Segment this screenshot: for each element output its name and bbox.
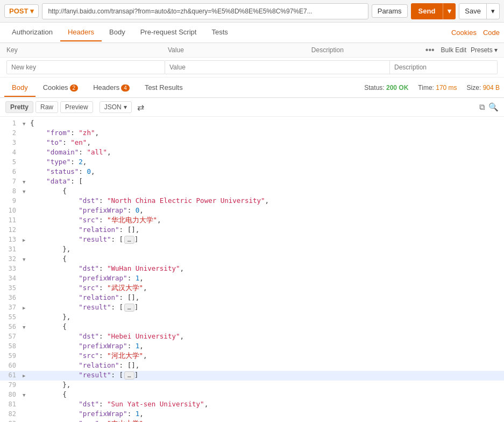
line-content: "prefixWrap": 1,	[30, 274, 504, 282]
collapse-arrow-icon[interactable]	[23, 187, 30, 195]
collapse-arrow-icon	[23, 167, 30, 168]
method-chevron-icon: ▾	[30, 7, 34, 15]
code-line: 32 {	[0, 255, 504, 264]
method-select[interactable]: POST ▾	[4, 4, 39, 18]
code-line: 82 "prefixWrap": 1,	[0, 410, 504, 419]
code-line: 13 "result": […]	[0, 235, 504, 245]
line-number: 9	[0, 196, 23, 205]
collapse-arrow-icon	[23, 351, 30, 353]
collapse-arrow-icon	[23, 332, 30, 333]
line-number: 57	[0, 332, 23, 340]
headers-new-row	[0, 58, 504, 77]
send-chevron-icon[interactable]: ▾	[443, 3, 456, 19]
collapse-arrow-icon	[23, 293, 30, 294]
preview-button[interactable]: Preview	[60, 101, 93, 113]
line-number: 55	[0, 313, 23, 321]
tab-body[interactable]: Body	[102, 24, 133, 41]
code-area: 1{2 "from": "zh",3 "to": "en",4 "domain"…	[0, 117, 504, 422]
line-content: "dst": "WuHan University",	[30, 264, 504, 272]
code-line: 83 "src": "中山大学",	[0, 419, 504, 422]
collapse-arrow-icon[interactable]	[23, 235, 30, 243]
tab-pre-request-script[interactable]: Pre-request Script	[133, 24, 204, 41]
new-value-input[interactable]	[165, 60, 390, 74]
collapse-arrow-icon[interactable]	[23, 322, 30, 330]
line-content: "relation": [],	[30, 293, 504, 301]
collapsed-badge[interactable]: …	[124, 371, 134, 379]
collapse-arrow-icon	[23, 196, 30, 198]
code-line: 60 "relation": [],	[0, 361, 504, 371]
line-content: "prefixWrap": 1,	[30, 342, 504, 350]
save-chevron-icon[interactable]: ▾	[486, 4, 499, 19]
params-button[interactable]: Params	[372, 4, 408, 18]
json-chevron-icon: ▾	[124, 103, 127, 111]
collapse-arrow-icon[interactable]	[23, 177, 30, 185]
line-number: 1	[0, 119, 23, 127]
collapse-arrow-icon[interactable]	[23, 303, 30, 311]
collapse-arrow-icon	[23, 400, 30, 401]
line-number: 32	[0, 255, 23, 263]
wrap-icon[interactable]: ⇄	[137, 102, 144, 112]
code-line: 7 "data": [	[0, 177, 504, 187]
line-content: "result": […]	[30, 371, 504, 379]
code-line: 79 },	[0, 381, 504, 390]
code-line: 31 },	[0, 245, 504, 255]
tab-response-headers[interactable]: Headers4	[86, 78, 137, 97]
line-content: "src": "武汉大学",	[30, 284, 504, 293]
collapse-arrow-icon[interactable]	[23, 371, 30, 379]
collapse-arrow-icon	[23, 226, 30, 227]
line-content: "dst": "Hebei University",	[30, 332, 504, 340]
more-options-button[interactable]: •••	[423, 45, 437, 55]
line-number: 12	[0, 226, 23, 234]
raw-button[interactable]: Raw	[36, 101, 58, 113]
line-content: "src": "中山大学",	[30, 419, 504, 422]
code-line: 1{	[0, 119, 504, 129]
tab-headers[interactable]: Headers	[60, 24, 102, 41]
send-button[interactable]: Send ▾	[411, 3, 456, 19]
json-format-select[interactable]: JSON ▾	[100, 101, 132, 113]
line-number: 7	[0, 177, 23, 185]
code-line: 55 },	[0, 313, 504, 322]
line-number: 11	[0, 216, 23, 224]
bulk-edit-button[interactable]: Bulk Edit	[441, 46, 466, 54]
response-tabs: Body Cookies2 Headers4 Test Results Stat…	[0, 78, 504, 98]
search-button[interactable]: 🔍	[488, 102, 499, 112]
line-number: 81	[0, 400, 23, 408]
line-content: "result": […]	[30, 235, 504, 244]
col-value-label: Value	[168, 46, 311, 54]
copy-button[interactable]: ⧉	[479, 102, 485, 112]
collapsed-badge[interactable]: …	[124, 236, 134, 244]
line-number: 33	[0, 264, 23, 272]
col-actions: ••• Bulk Edit Presets ▾	[423, 45, 498, 55]
tab-tests[interactable]: Tests	[204, 24, 235, 41]
line-number: 31	[0, 245, 23, 253]
tab-response-cookies[interactable]: Cookies2	[36, 78, 86, 97]
collapse-arrow-icon[interactable]	[23, 255, 30, 263]
collapse-arrow-icon	[23, 148, 30, 149]
code-link[interactable]: Code	[483, 29, 500, 37]
cookies-link[interactable]: Cookies	[451, 29, 477, 37]
line-content: "type": 2,	[30, 158, 504, 166]
collapse-arrow-icon[interactable]	[23, 119, 30, 127]
top-bar: POST ▾ Params Send ▾ Save ▾	[0, 0, 504, 23]
line-content: "status": 0,	[30, 167, 504, 175]
code-line: 12 "relation": [],	[0, 226, 504, 235]
presets-button[interactable]: Presets ▾	[471, 46, 498, 54]
new-description-input[interactable]	[390, 60, 498, 74]
tab-response-body[interactable]: Body	[4, 78, 36, 97]
line-content: {	[30, 187, 504, 195]
status-value: 200 OK	[386, 84, 408, 92]
new-key-input[interactable]	[6, 60, 165, 74]
save-button[interactable]: Save ▾	[459, 3, 500, 19]
collapse-arrow-icon	[23, 274, 30, 275]
tab-authorization[interactable]: Authorization	[4, 24, 60, 41]
code-line: 3 "to": "en",	[0, 138, 504, 148]
collapse-arrow-icon[interactable]	[23, 390, 30, 398]
code-line: 35 "src": "武汉大学",	[0, 284, 504, 293]
line-content: "dst": "North China Electric Power Unive…	[30, 196, 504, 205]
url-input[interactable]	[42, 3, 368, 19]
line-content: "data": [	[30, 177, 504, 185]
pretty-button[interactable]: Pretty	[5, 101, 33, 113]
collapsed-badge[interactable]: …	[124, 304, 134, 312]
line-number: 60	[0, 361, 23, 369]
tab-response-test-results[interactable]: Test Results	[137, 78, 190, 97]
